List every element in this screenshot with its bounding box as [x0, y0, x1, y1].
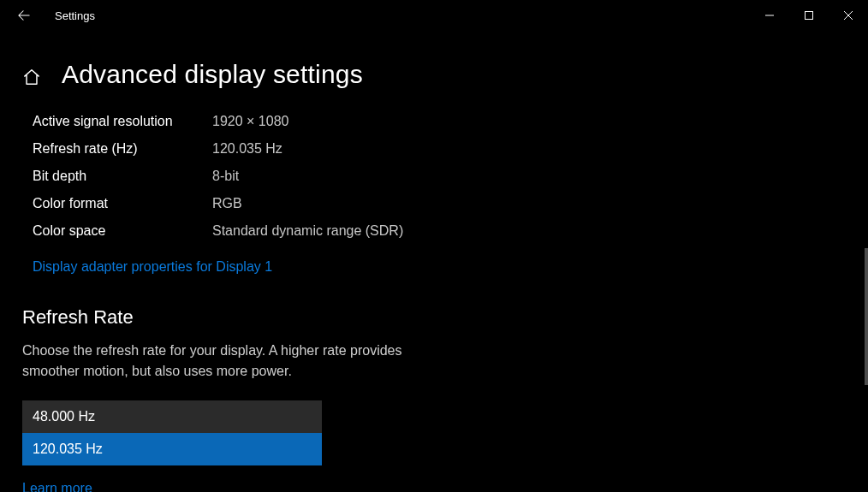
- info-value: 8-bit: [212, 163, 239, 190]
- close-button[interactable]: [829, 0, 868, 31]
- title-bar: Settings: [0, 0, 868, 31]
- home-icon[interactable]: [22, 68, 41, 86]
- info-label: Color space: [33, 217, 212, 245]
- info-value: Standard dynamic range (SDR): [212, 217, 403, 245]
- adapter-properties-link[interactable]: Display adapter properties for Display 1: [33, 257, 272, 277]
- page-header: Advanced display settings: [22, 60, 846, 89]
- learn-more-link[interactable]: Learn more: [22, 481, 92, 492]
- info-value: 120.035 Hz: [212, 135, 282, 163]
- minimize-button[interactable]: [750, 0, 789, 31]
- maximize-button[interactable]: [789, 0, 829, 31]
- info-value: 1920 × 1080: [212, 108, 288, 135]
- back-arrow-icon: [18, 9, 30, 21]
- refresh-rate-heading: Refresh Rate: [22, 306, 846, 329]
- close-icon: [843, 10, 853, 21]
- window-title: Settings: [45, 9, 95, 22]
- info-label: Active signal resolution: [33, 108, 212, 135]
- refresh-rate-description: Choose the refresh rate for your display…: [22, 341, 450, 382]
- info-value: RGB: [212, 190, 242, 217]
- refresh-rate-option[interactable]: 120.035 Hz: [22, 433, 322, 465]
- info-row: Active signal resolution 1920 × 1080: [33, 108, 846, 135]
- page-title: Advanced display settings: [62, 60, 363, 89]
- info-label: Color format: [33, 190, 212, 217]
- display-info-table: Active signal resolution 1920 × 1080 Ref…: [33, 108, 846, 245]
- minimize-icon: [764, 10, 775, 21]
- info-row: Color space Standard dynamic range (SDR): [33, 217, 846, 245]
- info-label: Bit depth: [33, 163, 212, 190]
- maximize-icon: [804, 10, 814, 21]
- window-controls: [750, 0, 868, 31]
- back-button[interactable]: [3, 0, 45, 31]
- info-label: Refresh rate (Hz): [33, 135, 212, 163]
- content-area: Advanced display settings Active signal …: [0, 31, 868, 492]
- info-row: Bit depth 8-bit: [33, 163, 846, 190]
- scrollbar[interactable]: [865, 248, 868, 385]
- refresh-rate-dropdown[interactable]: 48.000 Hz 120.035 Hz: [22, 400, 322, 465]
- info-row: Color format RGB: [33, 190, 846, 217]
- info-row: Refresh rate (Hz) 120.035 Hz: [33, 135, 846, 163]
- svg-rect-1: [806, 12, 813, 20]
- refresh-rate-option[interactable]: 48.000 Hz: [22, 400, 322, 433]
